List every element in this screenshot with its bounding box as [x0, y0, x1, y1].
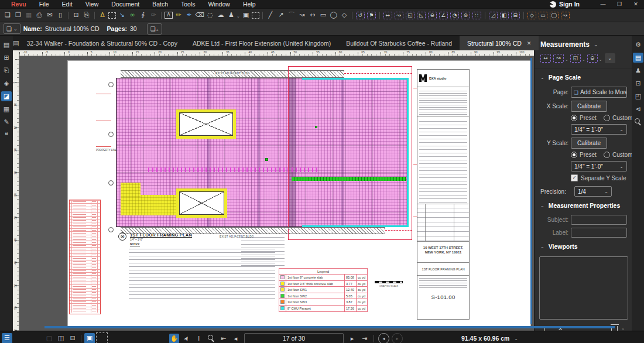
measure-flag-icon[interactable]: ⚑ [367, 12, 376, 19]
volume-measurement-icon[interactable]: ⊜ [461, 12, 470, 19]
image-icon[interactable]: ▣ [241, 11, 251, 20]
menu-document[interactable]: Document [105, 1, 146, 8]
insert-page-button[interactable] [147, 23, 162, 35]
y-calibrate-button[interactable]: Calibrate [571, 138, 607, 149]
close-button[interactable]: ✕ [628, 1, 644, 7]
x-preset-radio[interactable] [571, 115, 577, 121]
zoom-tool-icon[interactable] [206, 334, 216, 343]
more-measure-tools-icon[interactable]: ⌄ [605, 53, 615, 63]
angle-measurement-icon[interactable]: ∠ [439, 12, 448, 19]
tab-list-icon[interactable]: ▤ [13, 36, 19, 50]
calibrate-icon[interactable]: ↺ [356, 12, 365, 19]
new-file-icon[interactable]: ❏ [3, 11, 12, 20]
links-panel-icon[interactable]: ⊡ [633, 78, 643, 88]
thumbnails-panel-icon[interactable]: ⊞ [1, 53, 12, 63]
tab-starbucks-buildout[interactable]: Buildout Of Starbucks Coffee - Rutland [338, 36, 460, 50]
spaces-panel-icon[interactable]: ♟ [633, 66, 643, 76]
height-measurement-icon[interactable]: ⊟ [511, 12, 520, 19]
perimeter-measurement-icon[interactable]: ◺ [417, 12, 426, 19]
menu-file[interactable]: File [33, 1, 56, 8]
vertical-scrollbar[interactable] [530, 58, 532, 324]
prev-page-icon[interactable]: ◂ [231, 334, 241, 343]
slope-measurement-icon[interactable]: ◿ [489, 12, 498, 19]
format-painter-icon[interactable]: ✑ [149, 11, 158, 20]
markups-list-toggle-icon[interactable]: ☰ [2, 333, 12, 343]
quantities-table[interactable] [69, 200, 101, 314]
chevron-down-icon[interactable]: ⌄ [237, 14, 240, 19]
signatures-panel-icon[interactable]: ✎ [1, 117, 12, 127]
page-indicator[interactable]: 17 of 30 [244, 333, 344, 343]
chevron-down-icon[interactable]: ⌄ [565, 57, 568, 62]
fit-view-icon[interactable] [96, 332, 108, 343]
next-page-icon[interactable]: ▸ [347, 334, 357, 343]
tab-32-34-walker[interactable]: 32-34 Walker - Foundation & Structural 5… [19, 36, 185, 50]
rectangle-viewport-icon[interactable]: ▭ [539, 12, 547, 19]
polyline-icon[interactable]: ↝ [297, 11, 307, 20]
crop-icon[interactable] [252, 12, 259, 19]
split-vertical-icon[interactable]: ◫ [56, 333, 66, 343]
select-tool-icon[interactable]: ➤ [180, 331, 193, 343]
arrow-icon[interactable]: ↗ [276, 11, 286, 20]
line-icon[interactable]: ╱ [266, 11, 275, 20]
panel-title[interactable]: Measurements [535, 36, 632, 52]
arc-icon[interactable]: ⌒ [287, 11, 296, 20]
separate-y-scale-checkbox[interactable] [571, 174, 578, 181]
page-select-dropdown[interactable] [4, 23, 20, 34]
menu-help[interactable]: Help [237, 1, 262, 8]
length-measurement-icon[interactable]: ↔ [383, 12, 392, 19]
polyline-viewport-icon[interactable]: ↝ [561, 12, 570, 19]
text-box-icon[interactable]: A [165, 12, 173, 19]
horizontal-scrollbar[interactable] [44, 326, 615, 328]
area-tool-icon[interactable]: ◱ [570, 54, 581, 63]
highlighter-icon[interactable]: ✏ [174, 11, 183, 20]
length-tool-icon[interactable]: ↔ [540, 54, 551, 63]
legend-table[interactable]: Legend 1st floor 8" concrete slab85.08cu… [279, 268, 368, 312]
alert-icon[interactable]: Δ [98, 11, 107, 20]
menu-view[interactable]: View [79, 1, 105, 8]
area-measurement-icon[interactable]: ◱ [406, 12, 415, 19]
polygon-icon[interactable]: ◇ [340, 11, 349, 20]
lasso-icon[interactable]: ◌ [205, 11, 215, 20]
x-calibrate-button[interactable]: Calibrate [571, 101, 607, 112]
ellipse-icon[interactable]: ◯ [329, 11, 338, 20]
measurement-properties-section-header[interactable]: Measurement Properties [535, 197, 632, 212]
studio-chat-panel-icon[interactable]: ❝ [1, 130, 12, 140]
tool-chest-panel-icon[interactable]: ◪ [1, 91, 12, 101]
menu-batch[interactable]: Batch [146, 1, 174, 8]
print-icon[interactable]: ⎙ [35, 11, 44, 20]
file-access-panel-icon[interactable]: ▤ [1, 40, 12, 50]
studio-session-icon[interactable]: ◰ [633, 91, 643, 101]
hyperlink-icon[interactable]: ∞ [128, 11, 137, 20]
snapshot-icon[interactable] [108, 12, 116, 19]
sign-in-button[interactable]: Sign In [559, 1, 580, 8]
width-measurement-icon[interactable]: ◧ [500, 12, 509, 19]
viewports-section-header[interactable]: Viewports [535, 238, 632, 253]
menu-window[interactable]: Window [202, 1, 237, 8]
maximize-button[interactable]: ❐ [611, 1, 628, 7]
bookmarks-panel-icon[interactable]: ⎗ [1, 66, 12, 76]
polylength-measurement-icon[interactable]: ↝ [395, 12, 403, 19]
pen-icon[interactable]: ✒ [184, 11, 194, 20]
stamp-icon[interactable]: ♟ [227, 11, 236, 20]
text-select-tool-icon[interactable]: I [194, 334, 204, 343]
markups-panel-icon[interactable]: ▦ [1, 104, 12, 114]
tag-panel-icon[interactable]: ⊲ [633, 104, 643, 114]
single-page-icon[interactable]: ▢ [44, 333, 54, 343]
profile-icon[interactable]: ▯ [56, 11, 65, 20]
radius-measurement-icon[interactable]: ◔ [450, 12, 459, 19]
save-icon[interactable]: ▦ [24, 11, 33, 20]
y-custom-radio[interactable] [604, 152, 610, 158]
precision-select[interactable]: 1/4 [574, 186, 612, 197]
next-view-icon[interactable]: ▸ [392, 333, 403, 343]
y-scale-select[interactable]: 1/4" = 1'-0" [571, 161, 627, 172]
last-page-icon[interactable]: ⇥ [359, 334, 369, 343]
menu-edit[interactable]: Edit [56, 1, 79, 8]
open-file-icon[interactable]: ❐ [13, 11, 23, 20]
menu-revu[interactable]: Revu [5, 1, 33, 8]
properties-panel-icon[interactable]: ⚙ [633, 40, 643, 50]
page-view-icon[interactable]: ▣ [84, 333, 95, 343]
count-measurement-icon[interactable]: ∷ [472, 12, 481, 19]
copy-page-icon[interactable]: ⊡ [71, 11, 81, 20]
canvas[interactable]: 51015202530354045505560 EXIST ADJACENT B… [13, 56, 534, 331]
email-icon[interactable]: ✉ [45, 11, 54, 20]
